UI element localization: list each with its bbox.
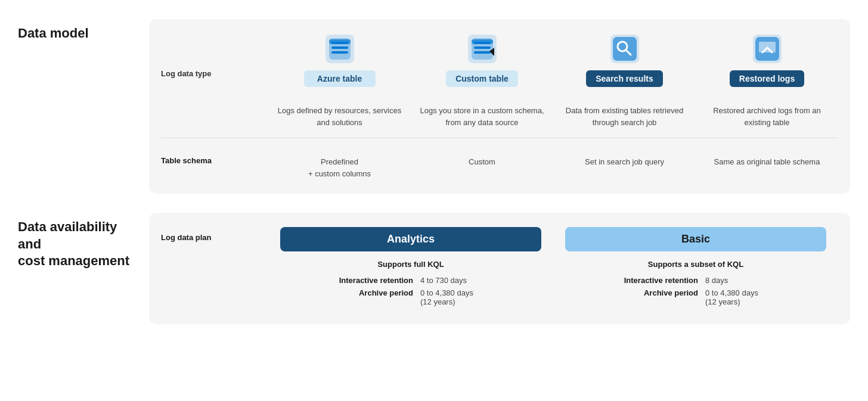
search-badge: Search results: [586, 70, 663, 87]
desc-empty: [161, 97, 268, 128]
azure-badge: Azure table: [304, 70, 376, 87]
analytics-retention-value: 4 to 730 days: [420, 276, 486, 285]
restored-schema: Same as original table schema: [696, 148, 838, 179]
azure-icon: [324, 33, 355, 64]
azure-description: Logs defined by resources, services and …: [268, 97, 411, 128]
data-availability-title: Data availability and cost management: [18, 213, 149, 270]
custom-description: Logs you store in a custom schema, from …: [411, 97, 553, 128]
azure-schema: Predefined + custom columns: [268, 148, 411, 179]
search-icon: [609, 33, 640, 64]
basic-retention-value: 8 days: [705, 276, 771, 285]
restored-col-header: Restored logs: [696, 33, 838, 97]
custom-schema: Custom: [411, 148, 553, 179]
basic-retention-label: Interactive retention: [621, 276, 698, 285]
basic-plan-subtitle: Supports a subset of KQL: [565, 260, 826, 269]
data-model-title: Data model: [18, 19, 149, 42]
divider: [161, 138, 838, 138]
data-avail-grid: Log data plan Analytics Supports full KQ…: [161, 227, 838, 310]
svg-rect-10: [474, 51, 491, 54]
restored-icon: [752, 33, 783, 64]
analytics-retention-label: Interactive retention: [336, 276, 413, 285]
svg-rect-9: [474, 46, 491, 49]
basic-retention-row: Interactive retention 8 days: [565, 276, 826, 285]
basic-archive-row: Archive period 0 to 4,380 days (12 years…: [565, 288, 826, 306]
basic-plan-col: Basic Supports a subset of KQL Interacti…: [553, 227, 838, 310]
search-col-header: Search results: [553, 33, 696, 97]
grid-empty-header: Log data type: [161, 33, 268, 97]
log-data-plan-label: Log data plan: [161, 227, 268, 310]
data-availability-card: Log data plan Analytics Supports full KQ…: [149, 213, 850, 324]
log-data-type-label: Log data type: [161, 33, 268, 78]
basic-archive-label: Archive period: [621, 288, 698, 297]
analytics-plan-subtitle: Supports full KQL: [280, 260, 541, 269]
azure-table-col-header: Azure table: [268, 33, 411, 97]
data-model-grid: Log data type Azure table: [161, 33, 838, 179]
svg-rect-3: [331, 46, 348, 49]
analytics-plan-col: Analytics Supports full KQL Interactive …: [268, 227, 553, 310]
restored-badge: Restored logs: [730, 70, 804, 87]
svg-rect-14: [613, 37, 637, 61]
data-model-card: Log data type Azure table: [149, 19, 850, 194]
restored-description: Restored archived logs from an existing …: [696, 97, 838, 128]
basic-archive-value: 0 to 4,380 days (12 years): [705, 288, 771, 306]
analytics-archive-row: Archive period 0 to 4,380 days (12 years…: [280, 288, 541, 306]
search-description: Data from existing tables retrieved thro…: [553, 97, 696, 128]
svg-rect-5: [329, 39, 351, 44]
analytics-plan-badge: Analytics: [280, 227, 541, 251]
custom-icon: [467, 33, 498, 64]
analytics-archive-value: 0 to 4,380 days (12 years): [420, 288, 486, 306]
basic-plan-badge: Basic: [565, 227, 826, 251]
analytics-retention-row: Interactive retention 4 to 730 days: [280, 276, 541, 285]
table-schema-label: Table schema: [161, 148, 268, 179]
search-schema: Set in search job query: [553, 148, 696, 179]
custom-table-col-header: Custom table: [411, 33, 553, 97]
custom-badge: Custom table: [446, 70, 518, 87]
data-model-section: Data model Log data type: [18, 19, 850, 194]
svg-rect-4: [331, 51, 348, 54]
svg-rect-11: [472, 39, 493, 44]
data-availability-section: Data availability and cost management Lo…: [18, 213, 850, 324]
analytics-archive-label: Archive period: [336, 288, 413, 297]
